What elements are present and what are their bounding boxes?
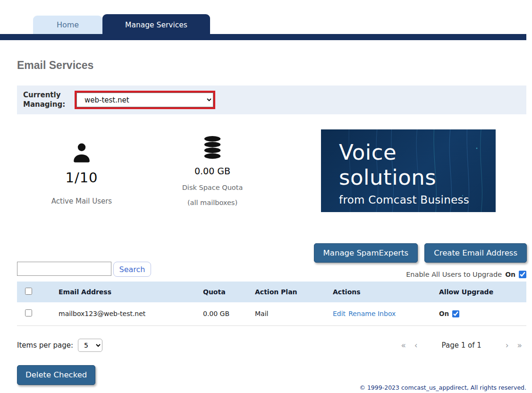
row-upgrade-state: On — [439, 310, 449, 317]
banner-subtitle: from Comcast Business — [339, 194, 469, 206]
pagination: « ‹ Page 1 of 1 › » — [397, 341, 526, 350]
last-page-button[interactable]: » — [513, 341, 526, 350]
header-actions: Actions — [333, 282, 439, 302]
search-input[interactable] — [17, 262, 111, 276]
tab-home-label: Home — [57, 20, 79, 29]
database-icon — [200, 136, 225, 159]
tab-manage-services-label: Manage Services — [125, 21, 187, 29]
active-users-value: 1/10 — [65, 170, 98, 186]
items-per-page: Items per page: 5 — [17, 339, 102, 352]
active-users-caption: Active Mail Users — [51, 197, 112, 205]
create-email-address-button[interactable]: Create Email Address — [424, 243, 527, 263]
manage-spamexperts-button[interactable]: Manage SpamExperts — [314, 243, 418, 263]
prev-page-button[interactable]: ‹ — [410, 341, 422, 350]
actions-row: Manage SpamExperts Create Email Address — [0, 243, 527, 263]
enable-all-label: Enable All Users to Upgrade — [406, 271, 502, 278]
row-upgrade-checkbox[interactable] — [452, 310, 459, 317]
disk-quota-caption: Disk Space Quota — [182, 184, 243, 191]
header-action-plan: Action Plan — [255, 282, 333, 302]
banner-title-line1: Voice — [339, 140, 469, 165]
page-info: Page 1 of 1 — [442, 341, 481, 350]
domain-select[interactable]: web-test.net — [76, 93, 213, 107]
row-select-checkbox[interactable] — [25, 309, 32, 316]
enable-all-users-row: Enable All Users to Upgrade On — [406, 271, 526, 278]
stat-disk-quota: 0.00 GB Disk Space Quota (all mailboxes) — [146, 129, 279, 212]
enable-all-checkbox[interactable] — [519, 271, 526, 278]
copyright-notice: © 1999-2023 comcast_us_appdirect, All ri… — [359, 384, 526, 391]
enable-all-state: On — [505, 271, 515, 278]
banner-text: Voice solutions from Comcast Business — [339, 140, 469, 206]
tab-home[interactable]: Home — [33, 16, 102, 34]
header-email-address: Email Address — [59, 282, 203, 302]
next-page-button[interactable]: › — [501, 341, 513, 350]
domain-select-highlight: web-test.net — [75, 91, 215, 109]
currently-managing-label: Currently Managing: — [23, 91, 72, 109]
stats-row: 1/10 Active Mail Users 0.00 GB Disk Spac… — [17, 129, 526, 212]
currently-managing-panel: Currently Managing: web-test.net — [17, 85, 526, 114]
banner-title-line2: solutions — [339, 165, 469, 190]
search-button[interactable]: Search — [113, 262, 151, 277]
delete-checked-button[interactable]: Delete Checked — [17, 365, 95, 385]
search-group: Search — [17, 262, 151, 277]
header-divider-bar — [0, 34, 526, 40]
rename-inbox-link[interactable]: Rename Inbox — [348, 310, 396, 317]
row-actions: Edit Rename Inbox — [333, 310, 439, 317]
person-icon — [70, 141, 93, 163]
disk-quota-value: 0.00 GB — [194, 166, 230, 176]
stat-active-mail-users: 1/10 Active Mail Users — [17, 129, 146, 212]
header-quota: Quota — [203, 282, 255, 302]
table-row: mailbox123@web-test.net 0.00 GB Mail Edi… — [17, 302, 526, 325]
select-all-checkbox[interactable] — [25, 288, 32, 295]
row-quota: 0.00 GB — [203, 302, 255, 325]
row-allow-upgrade: On — [439, 310, 526, 317]
page-title: Email Services — [17, 59, 532, 72]
first-page-button[interactable]: « — [397, 341, 410, 350]
disk-quota-subcaption: (all mailboxes) — [187, 199, 237, 206]
table-header-row: Email Address Quota Action Plan Actions … — [17, 282, 526, 302]
pager-row: Items per page: 5 « ‹ Page 1 of 1 › » — [17, 339, 526, 352]
items-per-page-select[interactable]: 5 — [78, 339, 102, 352]
voice-solutions-banner[interactable]: Voice solutions from Comcast Business — [321, 129, 496, 212]
mailbox-table: Email Address Quota Action Plan Actions … — [17, 282, 526, 326]
search-row: Search Enable All Users to Upgrade On — [17, 262, 526, 278]
items-per-page-label: Items per page: — [17, 341, 73, 350]
tab-bar: Home Manage Services — [0, 0, 532, 34]
edit-link[interactable]: Edit — [333, 310, 346, 317]
tab-manage-services[interactable]: Manage Services — [102, 14, 210, 36]
header-allow-upgrade: Allow Upgrade — [439, 282, 526, 302]
row-action-plan: Mail — [255, 302, 333, 325]
row-email: mailbox123@web-test.net — [59, 302, 203, 325]
delete-row: Delete Checked — [17, 365, 532, 385]
